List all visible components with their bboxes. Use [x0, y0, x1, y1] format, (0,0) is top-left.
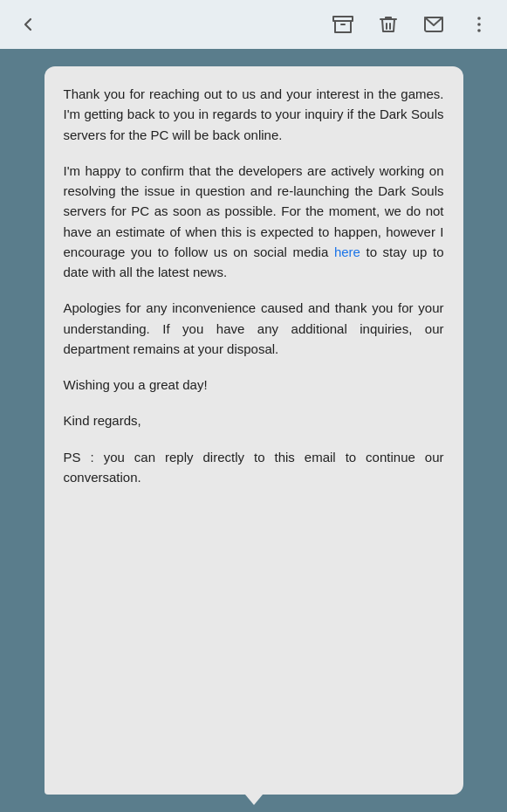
back-button[interactable] [14, 10, 42, 38]
top-bar-left [14, 10, 42, 38]
paragraph-1: Thank you for reaching out to us and you… [64, 84, 444, 145]
top-bar-actions [329, 10, 493, 38]
message-text: Thank you for reaching out to us and you… [64, 84, 444, 487]
svg-point-5 [477, 29, 481, 32]
here-link[interactable]: here [334, 244, 360, 259]
main-content: Thank you for reaching out to us and you… [0, 49, 507, 812]
top-bar [0, 0, 507, 49]
paragraph-3: Apologies for any inconvenience caused a… [64, 298, 444, 359]
paragraph-4: Wishing you a great day! [64, 375, 444, 395]
paragraph-5: Kind regards, [64, 410, 444, 430]
delete-button[interactable] [374, 10, 402, 38]
svg-rect-0 [333, 17, 353, 21]
svg-point-4 [477, 23, 481, 26]
message-bubble: Thank you for reaching out to us and you… [45, 66, 463, 795]
paragraph-6: PS : you can reply directly to this emai… [64, 447, 444, 488]
email-button[interactable] [420, 10, 448, 38]
archive-button[interactable] [329, 10, 357, 38]
svg-point-3 [477, 17, 481, 20]
paragraph-2: I'm happy to confirm that the developers… [64, 161, 444, 283]
more-options-button[interactable] [465, 10, 493, 38]
